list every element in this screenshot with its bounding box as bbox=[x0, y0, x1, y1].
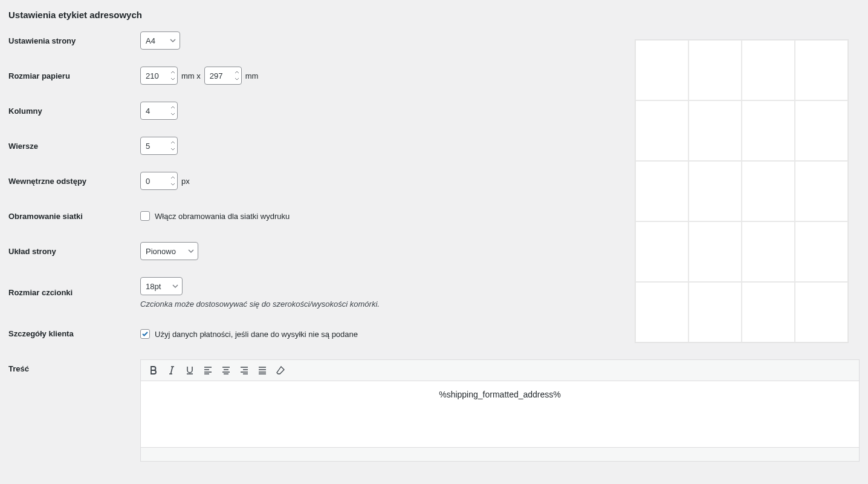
preview-cell bbox=[795, 100, 848, 161]
font-size-select[interactable]: 18pt bbox=[140, 277, 183, 295]
align-center-icon bbox=[221, 365, 231, 375]
preview-cell bbox=[795, 282, 848, 342]
customer-details-checkbox-row[interactable]: Użyj danych płatności, jeśli dane do wys… bbox=[140, 329, 358, 339]
page-title: Ustawienia etykiet adresowych bbox=[8, 10, 860, 20]
preview-cell bbox=[688, 221, 742, 282]
label-preview-grid bbox=[635, 39, 849, 343]
preview-cell bbox=[742, 161, 795, 221]
preview-cell bbox=[742, 100, 795, 161]
preview-cell bbox=[635, 100, 688, 161]
align-justify-icon bbox=[257, 365, 267, 375]
preview-cell bbox=[742, 40, 795, 100]
preview-cell bbox=[635, 40, 688, 100]
underline-icon bbox=[185, 365, 195, 375]
preview-cell bbox=[795, 221, 848, 282]
rows-input[interactable] bbox=[140, 137, 178, 155]
bold-icon bbox=[149, 365, 158, 375]
bold-button[interactable] bbox=[144, 361, 163, 379]
page-settings-select[interactable]: A4 bbox=[140, 31, 180, 50]
align-left-icon bbox=[203, 365, 213, 375]
paper-width-input[interactable] bbox=[140, 67, 178, 85]
label-page-layout: Układ strony bbox=[8, 247, 56, 256]
grid-border-checkbox-label: Włącz obramowania dla siatki wydruku bbox=[155, 212, 290, 221]
padding-input[interactable] bbox=[140, 172, 178, 190]
editor-content[interactable]: %shipping_formatted_address% bbox=[140, 381, 860, 448]
label-grid-border: Obramowanie siatki bbox=[8, 212, 83, 221]
clear-format-button[interactable] bbox=[271, 361, 290, 379]
preview-cell bbox=[635, 221, 688, 282]
customer-details-checkbox[interactable] bbox=[140, 329, 150, 339]
label-customer-details: Szczegóły klienta bbox=[8, 329, 74, 338]
label-columns: Kolumny bbox=[8, 106, 42, 116]
unit-mm: mm bbox=[245, 71, 259, 80]
unit-mm-x: mm x bbox=[181, 71, 201, 80]
check-icon bbox=[141, 330, 149, 338]
label-content: Treść bbox=[8, 364, 29, 373]
columns-input[interactable] bbox=[140, 102, 178, 120]
preview-cell bbox=[688, 282, 742, 342]
svg-line-2 bbox=[171, 367, 173, 374]
underline-button[interactable] bbox=[181, 361, 199, 379]
label-preview-panel bbox=[635, 39, 849, 343]
preview-cell bbox=[795, 40, 848, 100]
preview-cell bbox=[742, 221, 795, 282]
preview-cell bbox=[635, 161, 688, 221]
align-justify-button[interactable] bbox=[253, 361, 271, 379]
unit-px: px bbox=[181, 177, 190, 186]
italic-button[interactable] bbox=[163, 361, 181, 379]
label-page-settings: Ustawienia strony bbox=[8, 36, 76, 45]
preview-cell bbox=[688, 161, 742, 221]
paper-height-input[interactable] bbox=[204, 67, 242, 85]
eraser-icon bbox=[276, 365, 285, 375]
grid-border-checkbox-row[interactable]: Włącz obramowania dla siatki wydruku bbox=[140, 211, 290, 221]
grid-border-checkbox[interactable] bbox=[140, 211, 150, 221]
label-rows: Wiersze bbox=[8, 142, 38, 151]
preview-cell bbox=[795, 161, 848, 221]
align-center-button[interactable] bbox=[217, 361, 235, 379]
customer-details-checkbox-label: Użyj danych płatności, jeśli dane do wys… bbox=[155, 330, 358, 339]
preview-cell bbox=[688, 100, 742, 161]
preview-cell bbox=[688, 40, 742, 100]
label-font-size: Rozmiar czcionki bbox=[8, 288, 73, 297]
italic-icon bbox=[167, 365, 177, 375]
label-inner-padding: Wewnętrzne odstępy bbox=[8, 177, 86, 186]
editor-toolbar bbox=[140, 359, 860, 381]
align-right-icon bbox=[239, 365, 249, 375]
label-paper-size: Rozmiar papieru bbox=[8, 71, 70, 80]
editor-statusbar bbox=[140, 447, 860, 462]
preview-cell bbox=[742, 282, 795, 342]
preview-cell bbox=[635, 282, 688, 342]
align-left-button[interactable] bbox=[199, 361, 217, 379]
page-layout-select[interactable]: Pionowo bbox=[140, 242, 198, 260]
align-right-button[interactable] bbox=[235, 361, 253, 379]
